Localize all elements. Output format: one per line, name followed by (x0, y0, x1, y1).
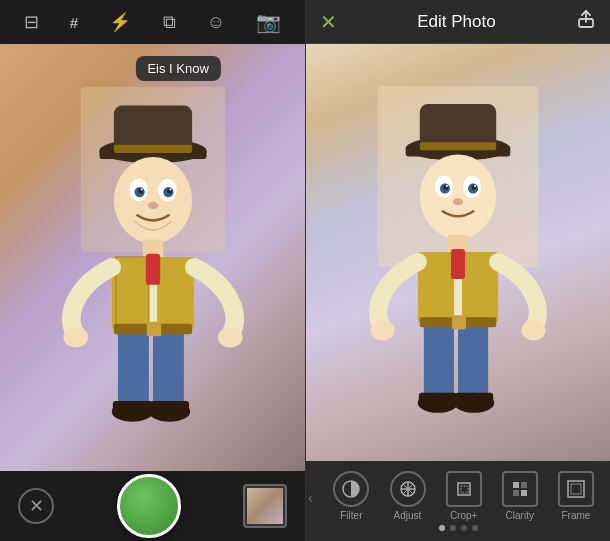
dot-1 (439, 525, 445, 531)
adjust-label: Adjust (394, 510, 422, 521)
left-photo-scene: Eis I Know (0, 44, 305, 471)
svg-rect-75 (568, 481, 584, 497)
page-title: Edit Photo (417, 12, 495, 32)
svg-rect-20 (145, 254, 159, 285)
crop-icon (446, 471, 482, 507)
right-header: ✕ Edit Photo (306, 0, 610, 44)
face-icon[interactable]: ☺ (207, 12, 225, 33)
tooltip-bubble: Eis I Know (135, 56, 220, 81)
close-icon: ✕ (29, 495, 44, 517)
svg-point-46 (474, 185, 476, 187)
tool-icons-row: Filter Adjust (319, 471, 608, 521)
cancel-button[interactable]: ✕ (320, 10, 337, 34)
tooltip-text: Eis I Know (147, 61, 208, 76)
scroll-left-button[interactable]: ‹ (308, 489, 313, 507)
svg-rect-29 (112, 401, 151, 416)
frame-label: Frame (561, 510, 590, 521)
filter-label: Filter (340, 510, 362, 521)
svg-point-13 (169, 188, 171, 190)
left-photo-area: Eis I Know (0, 44, 305, 471)
layers-icon[interactable]: ⧉ (163, 12, 176, 33)
svg-rect-70 (461, 486, 468, 493)
svg-rect-4 (113, 144, 191, 152)
svg-point-54 (521, 320, 545, 340)
filter-icon (333, 471, 369, 507)
left-toolbar: ⊟ # ⚡ ⧉ ☺ 📷 (0, 0, 305, 44)
svg-point-21 (63, 327, 88, 348)
dot-3 (461, 525, 467, 531)
right-bottom-toolbar: ‹ Filter (306, 461, 610, 541)
flash-icon[interactable]: ⚡ (109, 11, 131, 33)
right-photo-scene (306, 44, 610, 461)
svg-point-47 (453, 198, 463, 205)
svg-point-53 (371, 320, 395, 340)
frame-tool[interactable]: Frame (551, 471, 601, 521)
clarity-icon (502, 471, 538, 507)
frame-icon (558, 471, 594, 507)
dot-4 (472, 525, 478, 531)
thumbnail-preview (247, 488, 283, 524)
crop-label: Crop+ (450, 510, 478, 521)
svg-rect-72 (521, 482, 527, 488)
clarity-tool[interactable]: Clarity (495, 471, 545, 521)
share-button[interactable] (576, 9, 596, 34)
svg-rect-58 (452, 315, 466, 329)
svg-point-45 (446, 185, 448, 187)
svg-rect-30 (149, 401, 188, 416)
close-button[interactable]: ✕ (18, 488, 54, 524)
svg-rect-71 (513, 482, 519, 488)
svg-rect-55 (424, 319, 454, 399)
svg-rect-74 (521, 490, 527, 496)
svg-rect-52 (451, 249, 465, 279)
svg-point-38 (420, 154, 496, 238)
woody-illustration-right (329, 86, 587, 428)
tools-row-container: ‹ Filter (306, 471, 610, 525)
svg-rect-62 (455, 392, 493, 407)
svg-rect-61 (419, 392, 457, 407)
svg-rect-23 (117, 326, 148, 408)
svg-point-14 (147, 202, 157, 209)
adjust-tool[interactable]: Adjust (383, 471, 433, 521)
svg-rect-56 (458, 319, 488, 399)
dot-2 (450, 525, 456, 531)
svg-rect-26 (146, 321, 160, 335)
crop-tool[interactable]: Crop+ (439, 471, 489, 521)
share-icon (576, 9, 596, 29)
adjust-icon (390, 471, 426, 507)
svg-point-22 (217, 327, 242, 348)
right-photo-area (306, 44, 610, 461)
svg-rect-37 (420, 142, 496, 150)
svg-point-12 (140, 188, 142, 190)
hashtag-icon[interactable]: # (70, 14, 78, 31)
camera-switch-icon[interactable]: 📷 (256, 10, 281, 34)
svg-rect-76 (571, 484, 581, 494)
svg-rect-73 (513, 490, 519, 496)
filter-tool[interactable]: Filter (326, 471, 376, 521)
left-bottom-controls: ✕ (0, 471, 305, 541)
pagination-dots (439, 525, 478, 531)
svg-rect-24 (153, 326, 184, 408)
right-panel: ✕ Edit Photo (305, 0, 610, 541)
clarity-label: Clarity (506, 510, 534, 521)
thumbnail-button[interactable] (243, 484, 287, 528)
woody-illustration-left (23, 87, 282, 437)
shutter-button[interactable] (117, 474, 181, 538)
left-panel: ⊟ # ⚡ ⧉ ☺ 📷 Eis I Know (0, 0, 305, 541)
grid-icon[interactable]: ⊟ (24, 11, 39, 33)
